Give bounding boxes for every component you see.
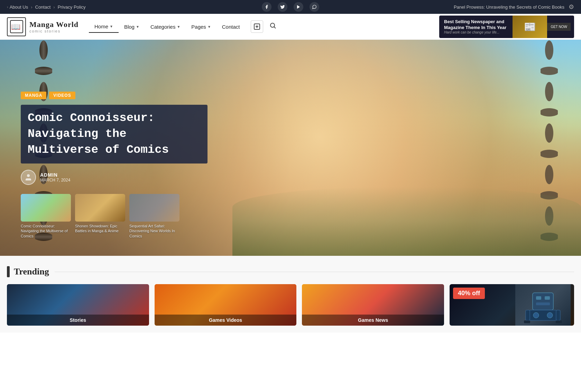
breadcrumb-about[interactable]: About Us: [10, 4, 28, 10]
trending-content: Stories Games Videos Games News 40% off: [7, 284, 574, 326]
hero-tags: MANGA VIDEOS: [21, 92, 208, 99]
logo[interactable]: 📖 Manga World comic stories: [7, 17, 79, 36]
logo-icon: 📖: [7, 17, 26, 36]
nav-blog[interactable]: Blog ▼: [119, 21, 145, 32]
home-dropdown-arrow: ▼: [110, 25, 113, 28]
nav-categories[interactable]: Categories ▼: [145, 21, 186, 32]
card-label-games-videos: Games Videos: [155, 315, 297, 326]
svg-rect-38: [524, 320, 530, 323]
facebook-link[interactable]: [262, 2, 271, 12]
hero-title: Comic Connoisseur: Navigating the Multiv…: [21, 105, 208, 164]
trending-ad[interactable]: 40% off: [450, 284, 574, 326]
nav-contact[interactable]: Contact: [216, 21, 246, 32]
top-bar: › About Us › Contact › Privacy Policy Pa…: [0, 0, 581, 14]
trending-title-bar: [7, 266, 10, 277]
search-button[interactable]: [269, 22, 276, 31]
svg-rect-30: [536, 296, 541, 300]
svg-rect-29: [533, 293, 553, 310]
sep2: ›: [53, 4, 55, 10]
ad-discount-badge: 40% off: [453, 288, 485, 299]
nav-home[interactable]: Home ▼: [89, 21, 119, 33]
svg-point-28: [27, 174, 30, 177]
thumb-img-1: [21, 194, 71, 222]
breadcrumb-arrow: ›: [7, 5, 8, 9]
svg-rect-37: [556, 310, 560, 320]
thumb-1[interactable]: Comic Connoisseur: Navigating the Multiv…: [21, 194, 71, 239]
svg-point-35: [547, 312, 553, 318]
ad-banner-image: 📰: [513, 16, 547, 38]
trending-cards: Stories Games Videos Games News: [7, 284, 444, 326]
header: 📖 Manga World comic stories Home ▼ Blog …: [0, 14, 581, 40]
logo-text: Manga World comic stories: [29, 20, 79, 33]
social-links: [262, 2, 319, 12]
nav-icons: [251, 20, 276, 33]
svg-point-34: [533, 312, 539, 318]
card-label-stories: Stories: [7, 315, 149, 326]
breadcrumb: › About Us › Contact › Privacy Policy: [7, 4, 86, 10]
hero-section: MANGA VIDEOS Comic Connoisseur: Navigati…: [0, 40, 581, 256]
hero-author: ADMIN MARCH 7, 2024: [21, 170, 208, 185]
thumb-caption-3: Sequential Art Safari: Discovering New W…: [129, 224, 179, 239]
svg-point-6: [270, 23, 275, 27]
svg-marker-0: [297, 5, 300, 9]
logo-title: Manga World: [29, 20, 79, 29]
header-ad-banner[interactable]: Best Selling Newspaper and Magazine Them…: [439, 16, 574, 38]
categories-dropdown-arrow: ▼: [177, 25, 180, 29]
trending-card-games-news[interactable]: Games News: [302, 284, 444, 326]
thumb-img-2: [75, 194, 125, 222]
ad-robot-image: [515, 284, 571, 326]
author-date: MARCH 7, 2024: [40, 178, 70, 183]
twitter-link[interactable]: [278, 2, 287, 12]
breadcrumb-privacy[interactable]: Privacy Policy: [58, 4, 86, 10]
ad-banner-text: Best Selling Newspaper and Magazine Them…: [439, 16, 513, 38]
svg-line-7: [274, 27, 276, 29]
ad-title: Best Selling Newspaper and Magazine Them…: [444, 19, 508, 31]
youtube-link[interactable]: [294, 2, 303, 12]
ticker: Panel Prowess: Unraveling the Secrets of…: [454, 3, 574, 11]
tag-videos: VIDEOS: [49, 92, 75, 99]
svg-rect-31: [545, 296, 550, 300]
pages-dropdown-arrow: ▼: [208, 25, 211, 29]
user-icon: ⚙: [569, 3, 574, 11]
blog-dropdown-arrow: ▼: [136, 25, 139, 29]
ad-subtitle: Hard work can be change your life...: [444, 30, 508, 34]
ticker-text: Panel Prowess: Unraveling the Secrets of…: [454, 4, 564, 10]
tag-manga: MANGA: [21, 92, 46, 99]
trending-card-stories[interactable]: Stories: [7, 284, 149, 326]
add-button[interactable]: [251, 20, 263, 33]
thumb-3[interactable]: Sequential Art Safari: Discovering New W…: [129, 194, 179, 239]
trending-divider: [55, 272, 574, 272]
thumb-img-3: [129, 194, 179, 222]
main-nav: Home ▼ Blog ▼ Categories ▼ Pages ▼ Conta…: [89, 21, 245, 33]
author-name: ADMIN: [40, 172, 70, 178]
svg-text:📖: 📖: [11, 22, 21, 31]
hero-thumbnails: Comic Connoisseur: Navigating the Multiv…: [21, 194, 179, 239]
sep1: ›: [31, 4, 32, 10]
svg-rect-39: [556, 320, 562, 323]
thumb-2[interactable]: Shonen Showdown: Epic Battles in Manga &…: [75, 194, 125, 239]
nav-pages[interactable]: Pages ▼: [186, 21, 216, 32]
trending-section: Trending Stories Games Videos Games News…: [0, 256, 581, 333]
ad-get-now-button[interactable]: GET NOW: [547, 23, 571, 31]
svg-rect-32: [536, 302, 550, 305]
card-label-games-news: Games News: [302, 315, 444, 326]
trending-header: Trending: [7, 266, 574, 277]
breadcrumb-contact[interactable]: Contact: [35, 4, 51, 10]
author-avatar: [21, 170, 36, 185]
author-info: ADMIN MARCH 7, 2024: [40, 172, 70, 183]
whatsapp-link[interactable]: [310, 2, 319, 12]
logo-subtitle: comic stories: [29, 29, 79, 33]
trending-title: Trending: [14, 267, 49, 277]
trending-card-games-videos[interactable]: Games Videos: [155, 284, 297, 326]
hero-content: MANGA VIDEOS Comic Connoisseur: Navigati…: [21, 92, 208, 185]
thumb-caption-2: Shonen Showdown: Epic Battles in Manga &…: [75, 224, 125, 234]
thumb-caption-1: Comic Connoisseur: Navigating the Multiv…: [21, 224, 71, 239]
svg-rect-36: [526, 310, 530, 320]
